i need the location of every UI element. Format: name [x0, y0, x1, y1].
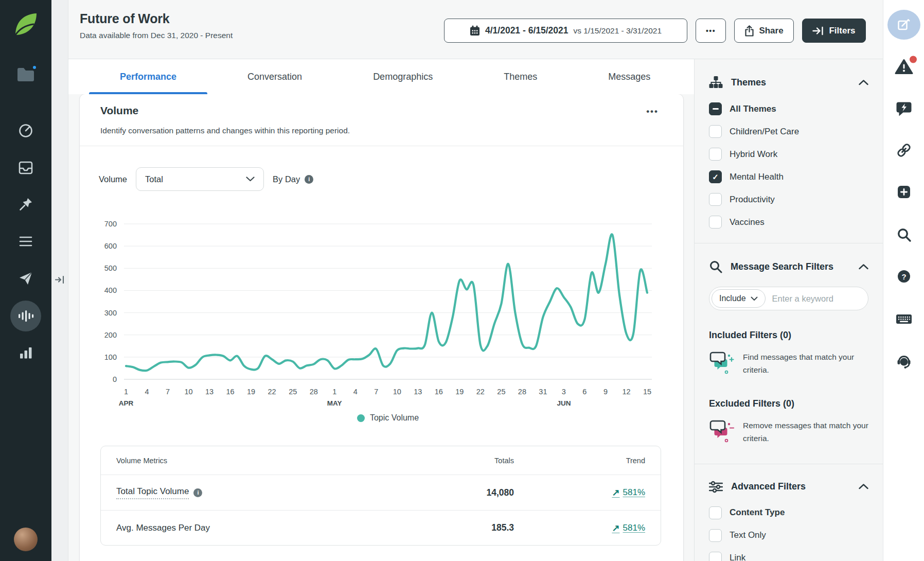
- quick-actions-button[interactable]: [896, 101, 912, 116]
- excluded-filters-description: Remove messages that match your criteria…: [743, 419, 868, 447]
- links-button[interactable]: [896, 142, 912, 159]
- share-label: Share: [759, 26, 783, 36]
- table-header: Volume Metrics Totals Trend: [101, 446, 661, 475]
- more-actions-button[interactable]: •••: [696, 19, 726, 43]
- col-volume-metrics: Volume Metrics: [116, 457, 401, 465]
- alert-triangle-icon: [895, 59, 913, 75]
- data-availability-note: Data available from Dec 31, 2020 - Prese…: [80, 31, 233, 40]
- themes-list: All Themes Children/Pet Care Hybrid Work…: [695, 99, 883, 243]
- notifications-button[interactable]: [895, 59, 913, 75]
- calendar-icon: [470, 25, 480, 36]
- x-axis-tick-label: 22: [476, 388, 485, 396]
- advanced-filters-title: Advanced Filters: [731, 481, 850, 492]
- filters-button[interactable]: Filters: [802, 19, 866, 43]
- keyboard-shortcuts-button[interactable]: [896, 313, 912, 325]
- tab-conversation[interactable]: Conversation: [217, 59, 333, 94]
- collapse-message-search-button[interactable]: [859, 264, 868, 270]
- theme-children-pet-care[interactable]: Children/Pet Care: [709, 125, 868, 138]
- collapsed-subnav-strip: [51, 0, 68, 561]
- y-axis-tick-label: 500: [104, 264, 117, 272]
- themes-title: Themes: [731, 77, 850, 88]
- metric-total-value: 14,080: [401, 487, 514, 498]
- theme-all-themes[interactable]: All Themes: [709, 102, 868, 115]
- listening-waveform-icon: [10, 301, 41, 331]
- x-axis-tick-label: 10: [393, 388, 401, 396]
- x-axis-tick-label: 16: [435, 388, 443, 396]
- help-button[interactable]: ?: [897, 269, 911, 284]
- include-exclude-select[interactable]: Include: [712, 289, 766, 308]
- x-axis-tick-label: 13: [205, 388, 214, 396]
- y-axis-tick-label: 0: [113, 375, 117, 383]
- search-button[interactable]: [896, 227, 912, 242]
- x-axis-month-label: APR: [119, 399, 134, 407]
- checkbox: [709, 552, 722, 561]
- tab-messages[interactable]: Messages: [577, 59, 681, 94]
- inbox-icon: [18, 161, 33, 175]
- advanced-filters-list: Content Type Text Only Link: [695, 503, 883, 561]
- keyword-input[interactable]: [772, 294, 849, 304]
- x-axis-tick-label: 1: [124, 388, 128, 396]
- tab-performance[interactable]: Performance: [89, 59, 207, 94]
- trend-link[interactable]: 581%: [612, 487, 645, 498]
- trend-link[interactable]: 581%: [612, 522, 645, 534]
- theme-mental-health[interactable]: Mental Health: [709, 170, 868, 183]
- compose-icon: [897, 18, 911, 32]
- x-axis-tick-label: 28: [518, 388, 526, 396]
- themes-section-header: Themes: [695, 59, 883, 99]
- message-search-section-header: Message Search Filters: [695, 243, 883, 284]
- alert-badge-dot: [910, 56, 917, 63]
- collapse-themes-button[interactable]: [859, 80, 868, 85]
- add-button[interactable]: [897, 185, 911, 199]
- x-axis-tick-label: 31: [539, 388, 547, 396]
- sidebar-item-inbox[interactable]: [18, 161, 33, 175]
- info-icon[interactable]: [193, 488, 202, 497]
- avatar: [14, 528, 38, 551]
- volume-metrics-table: Volume Metrics Totals Trend Total Topic …: [100, 446, 661, 546]
- date-range-button[interactable]: 4/1/2021 - 6/15/2021 vs 1/15/2021 - 3/31…: [444, 19, 687, 43]
- x-axis-tick-label: 28: [310, 388, 318, 396]
- checkbox: [709, 148, 722, 161]
- tab-demographics[interactable]: Demographics: [342, 59, 464, 94]
- filters-label: Filters: [829, 26, 855, 36]
- sprout-logo[interactable]: [12, 11, 39, 39]
- y-axis-tick-label: 300: [104, 309, 117, 317]
- filter-link[interactable]: Link: [709, 552, 868, 561]
- bubble-bolt-icon: [896, 101, 912, 116]
- theme-productivity[interactable]: Productivity: [709, 193, 868, 206]
- share-button[interactable]: Share: [734, 19, 794, 43]
- user-avatar[interactable]: [14, 528, 38, 551]
- y-axis-tick-label: 200: [104, 331, 117, 339]
- sidebar-item-listening-active[interactable]: [10, 301, 41, 331]
- legend-marker-topic-volume: [357, 414, 365, 422]
- sidebar-item-reports[interactable]: [19, 346, 33, 360]
- tab-themes[interactable]: Themes: [473, 59, 568, 94]
- support-button[interactable]: [896, 354, 912, 369]
- theme-vaccines[interactable]: Vaccines: [709, 216, 868, 229]
- x-axis-tick-label: 19: [455, 388, 464, 396]
- filter-text-only[interactable]: Text Only: [709, 529, 868, 542]
- topic-volume-chart: 0100200300400500600700147101316192225281…: [80, 94, 683, 411]
- compose-button[interactable]: [887, 10, 920, 40]
- trend-up-icon: [612, 522, 619, 534]
- date-range-primary: 4/1/2021 - 6/15/2021: [485, 25, 568, 36]
- x-axis-tick-label: 7: [374, 388, 378, 396]
- x-axis-month-label: JUN: [557, 399, 571, 407]
- sidebar-item-pinned[interactable]: [19, 197, 33, 212]
- filter-content-type[interactable]: Content Type: [709, 506, 868, 519]
- sidebar-item-lists[interactable]: [19, 235, 33, 248]
- sidebar-item-dashboard[interactable]: [18, 123, 33, 138]
- sidebar-item-folders[interactable]: [16, 67, 35, 82]
- metric-total-topic-volume[interactable]: Total Topic Volume: [116, 486, 189, 499]
- theme-hybrid-work[interactable]: Hybrid Work: [709, 148, 868, 161]
- filters-sidebar: Themes All Themes Children/Pet Care Hybr…: [694, 59, 883, 561]
- trend-up-icon: [612, 487, 619, 498]
- collapse-advanced-filters-button[interactable]: [859, 484, 868, 489]
- excluded-filters-heading: Excluded Filters (0): [709, 398, 868, 409]
- expand-panel-button[interactable]: [55, 275, 65, 286]
- headset-icon: [896, 354, 912, 369]
- search-icon: [709, 260, 722, 273]
- y-axis-tick-label: 700: [104, 220, 117, 228]
- exclude-messages-icon: [709, 419, 735, 447]
- utility-rail: ?: [883, 0, 924, 561]
- sidebar-item-publishing[interactable]: [18, 271, 33, 286]
